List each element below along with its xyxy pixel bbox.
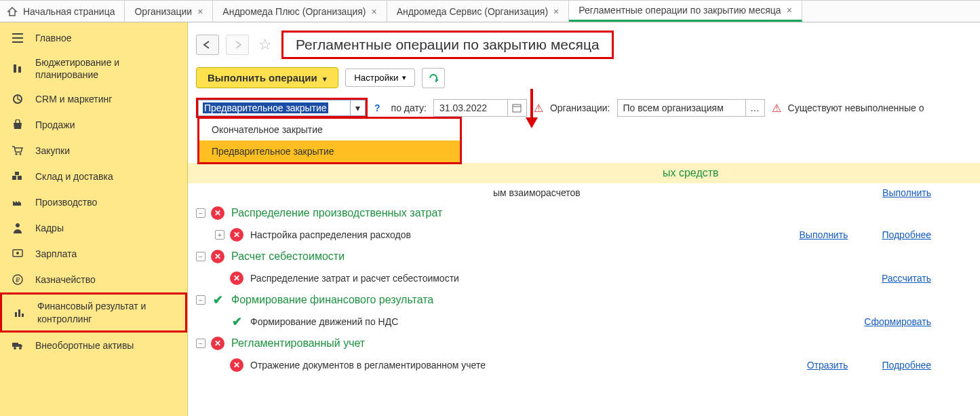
ruble-icon: ₽ xyxy=(11,274,24,285)
status-ok-icon: ✔ xyxy=(211,293,224,307)
sidebar-item-label: Бюджетирование и планирование xyxy=(35,56,176,81)
sidebar-item-label: Финансовый результат и контроллинг xyxy=(37,300,174,324)
status-error-icon: ✕ xyxy=(230,228,243,242)
sidebar-item-hr[interactable]: Кадры xyxy=(0,215,187,241)
tab-label: Андромеда Плюс (Организация) xyxy=(222,6,366,17)
run-operations-button[interactable]: Выполнить операции ▾ xyxy=(196,67,338,88)
sidebar-item-main[interactable]: Главное xyxy=(0,25,187,51)
row-label: Формирование движений по НДС xyxy=(250,316,398,327)
date-label: по дату: xyxy=(391,102,427,113)
link-more[interactable]: Подробнее xyxy=(882,360,931,371)
svg-point-8 xyxy=(16,223,20,227)
sidebar-item-budget[interactable]: Бюджетирование и планирование xyxy=(0,51,187,86)
tab-label: Начальная страница xyxy=(23,6,115,17)
status-error-icon: ✕ xyxy=(211,206,224,220)
org-label: Организации: xyxy=(550,102,610,113)
cart-icon xyxy=(11,145,24,156)
sidebar-item-label: Зарплата xyxy=(35,248,176,260)
svg-point-10 xyxy=(16,252,19,254)
sidebar-item-warehouse[interactable]: Склад и доставка xyxy=(0,164,187,189)
home-icon xyxy=(7,6,18,17)
warehouse-icon xyxy=(11,172,24,181)
link-reflect[interactable]: Отразить xyxy=(807,360,848,371)
calendar-icon[interactable] xyxy=(508,99,527,117)
crm-icon xyxy=(11,94,24,105)
close-icon[interactable]: × xyxy=(787,5,792,15)
link-run[interactable]: Выполнить xyxy=(882,187,931,198)
date-input[interactable]: 31.03.2022 xyxy=(433,99,508,117)
content-pane: ☆ Регламентные операции по закрытию меся… xyxy=(188,22,980,416)
status-error-icon: ✕ xyxy=(211,337,224,350)
tab-andromeda-service[interactable]: Андромеда Сервис (Организация) × xyxy=(387,1,570,22)
sidebar-item-crm[interactable]: CRM и маркетинг xyxy=(0,86,187,112)
sidebar-item-salary[interactable]: Зарплата xyxy=(0,241,187,267)
link-calc[interactable]: Рассчитать xyxy=(882,273,931,284)
sidebar-item-label: CRM и маркетинг xyxy=(35,93,176,105)
tab-andromeda-plus[interactable]: Андромеда Плюс (Организация) × xyxy=(213,1,387,22)
link-run[interactable]: Выполнить xyxy=(800,229,848,240)
sidebar-item-label: Продажи xyxy=(35,119,176,131)
sidebar-item-treasury[interactable]: ₽ Казначейство xyxy=(0,267,187,292)
svg-rect-14 xyxy=(18,309,20,317)
barchart-icon xyxy=(13,308,26,318)
closing-mode-combo[interactable]: Предварительное закрытие ▾ xyxy=(196,98,368,118)
sidebar-item-label: Производство xyxy=(35,196,176,208)
chevron-down-icon: ▾ xyxy=(402,73,406,82)
collapse-toggle[interactable]: − xyxy=(196,295,205,305)
tab-label: Андромеда Сервис (Организация) xyxy=(397,6,548,17)
link-form[interactable]: Сформировать xyxy=(864,316,931,327)
sidebar-item-sales[interactable]: Продажи xyxy=(0,112,187,138)
sidebar-item-assets[interactable]: Внеоборотные активы xyxy=(0,333,187,358)
svg-text:₽: ₽ xyxy=(16,276,20,284)
warning-icon: ⚠ xyxy=(534,102,543,115)
sidebar-item-production[interactable]: Производство xyxy=(0,189,187,215)
nav-back-button[interactable] xyxy=(196,35,219,55)
salary-icon xyxy=(11,249,24,259)
sidebar-item-purchase[interactable]: Закупки xyxy=(0,138,187,164)
status-ok-icon: ✔ xyxy=(230,315,243,328)
close-icon[interactable]: × xyxy=(372,7,377,16)
budget-icon xyxy=(11,63,24,74)
svg-point-4 xyxy=(20,153,22,155)
tab-organizations[interactable]: Организации × xyxy=(125,1,213,22)
collapse-toggle[interactable]: − xyxy=(196,252,205,261)
production-icon xyxy=(11,197,24,207)
tab-home[interactable]: Начальная страница xyxy=(0,1,125,22)
refresh-button[interactable] xyxy=(422,68,445,88)
truck-icon xyxy=(11,341,24,350)
group-title: Формирование финансового результата xyxy=(231,294,433,306)
chevron-down-icon[interactable]: ▾ xyxy=(351,100,366,116)
tab-closing-operations[interactable]: Регламентные операции по закрытию месяца… xyxy=(569,1,802,22)
group-title: Распределение производственных затрат xyxy=(231,207,442,219)
sidebar-item-label: Закупки xyxy=(35,145,176,157)
settings-button[interactable]: Настройки▾ xyxy=(345,69,415,87)
svg-point-3 xyxy=(16,153,18,155)
dropdown-option-preliminary[interactable]: Предварительное закрытие xyxy=(199,140,460,162)
svg-rect-6 xyxy=(18,176,22,180)
svg-rect-5 xyxy=(12,176,16,180)
collapse-toggle[interactable]: − xyxy=(196,208,205,218)
warning-text: Существуют невыполненные о xyxy=(788,102,924,113)
close-icon[interactable]: × xyxy=(197,7,203,16)
group-title: ых средств xyxy=(663,167,719,179)
dropdown-option-final[interactable]: Окончательное закрытие xyxy=(199,119,460,140)
close-icon[interactable]: × xyxy=(553,7,559,16)
org-select-more[interactable]: … xyxy=(746,99,765,117)
svg-point-17 xyxy=(14,347,16,349)
sales-icon xyxy=(11,119,24,130)
org-select[interactable]: По всем организациям xyxy=(617,99,746,117)
collapse-toggle[interactable]: − xyxy=(196,339,205,348)
sidebar: Главное Бюджетирование и планирование CR… xyxy=(0,22,188,416)
help-icon[interactable]: ? xyxy=(374,102,380,113)
link-more[interactable]: Подробнее xyxy=(882,229,931,240)
closing-mode-value[interactable]: Предварительное закрытие xyxy=(198,100,351,116)
svg-rect-0 xyxy=(14,64,16,73)
nav-forward-button[interactable] xyxy=(226,35,249,55)
status-error-icon: ✕ xyxy=(211,250,224,263)
sidebar-item-label: Склад и доставка xyxy=(35,170,176,183)
sidebar-item-finresult[interactable]: Финансовый результат и контроллинг xyxy=(0,292,187,332)
expand-toggle[interactable]: + xyxy=(215,230,224,240)
svg-rect-13 xyxy=(15,312,17,317)
status-error-icon: ✕ xyxy=(230,358,243,372)
favorite-star-icon[interactable]: ☆ xyxy=(256,35,275,54)
